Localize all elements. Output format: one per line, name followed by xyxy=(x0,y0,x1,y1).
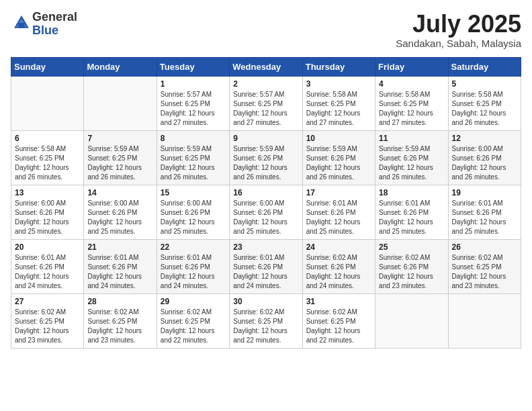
day-number: 15 xyxy=(161,188,226,197)
day-number: 26 xyxy=(452,242,517,252)
day-info: Sunrise: 5:59 AMSunset: 6:26 PMDaylight:… xyxy=(379,144,444,182)
month-year: July 2025 xyxy=(396,11,521,38)
day-info: Sunrise: 6:00 AMSunset: 6:26 PMDaylight:… xyxy=(87,199,152,236)
calendar-cell: 9Sunrise: 5:59 AMSunset: 6:26 PMDaylight… xyxy=(230,130,302,185)
day-info: Sunrise: 5:58 AMSunset: 6:25 PMDaylight:… xyxy=(379,90,444,128)
day-number: 7 xyxy=(87,134,152,143)
svg-rect-2 xyxy=(18,23,24,28)
day-number: 1 xyxy=(161,79,226,89)
day-info: Sunrise: 5:57 AMSunset: 6:25 PMDaylight:… xyxy=(161,90,226,128)
day-number: 29 xyxy=(161,297,226,306)
day-info: Sunrise: 6:01 AMSunset: 6:26 PMDaylight:… xyxy=(233,253,298,291)
day-number: 4 xyxy=(379,79,444,89)
calendar-cell xyxy=(448,293,521,348)
logo: General Blue xyxy=(11,11,77,38)
location: Sandakan, Sabah, Malaysia xyxy=(396,38,521,49)
weekday-header-sunday: Sunday xyxy=(11,57,84,76)
day-info: Sunrise: 6:01 AMSunset: 6:26 PMDaylight:… xyxy=(87,253,152,291)
weekday-header-friday: Friday xyxy=(375,57,448,76)
calendar-cell: 22Sunrise: 6:01 AMSunset: 6:26 PMDayligh… xyxy=(157,239,229,293)
day-info: Sunrise: 6:02 AMSunset: 6:25 PMDaylight:… xyxy=(161,308,226,345)
day-number: 25 xyxy=(379,242,444,252)
weekday-header-wednesday: Wednesday xyxy=(230,57,302,76)
day-info: Sunrise: 6:01 AMSunset: 6:26 PMDaylight:… xyxy=(452,199,517,236)
calendar-cell: 8Sunrise: 5:59 AMSunset: 6:25 PMDaylight… xyxy=(157,130,229,185)
weekday-header-saturday: Saturday xyxy=(448,57,521,76)
day-info: Sunrise: 6:02 AMSunset: 6:25 PMDaylight:… xyxy=(306,308,371,345)
day-info: Sunrise: 6:01 AMSunset: 6:26 PMDaylight:… xyxy=(379,199,444,236)
calendar-cell: 23Sunrise: 6:01 AMSunset: 6:26 PMDayligh… xyxy=(230,239,302,293)
day-number: 9 xyxy=(233,134,298,143)
week-row-1: 1Sunrise: 5:57 AMSunset: 6:25 PMDaylight… xyxy=(11,76,521,130)
calendar-cell: 4Sunrise: 5:58 AMSunset: 6:25 PMDaylight… xyxy=(375,76,448,130)
day-info: Sunrise: 5:59 AMSunset: 6:25 PMDaylight:… xyxy=(87,144,152,182)
day-info: Sunrise: 6:02 AMSunset: 6:25 PMDaylight:… xyxy=(15,308,80,345)
week-row-3: 13Sunrise: 6:00 AMSunset: 6:26 PMDayligh… xyxy=(11,185,521,239)
logo-text: General Blue xyxy=(32,11,77,38)
day-number: 2 xyxy=(233,79,298,89)
day-number: 18 xyxy=(379,188,444,197)
day-info: Sunrise: 5:58 AMSunset: 6:25 PMDaylight:… xyxy=(15,144,80,182)
day-number: 30 xyxy=(233,297,298,306)
week-row-4: 20Sunrise: 6:01 AMSunset: 6:26 PMDayligh… xyxy=(11,239,521,293)
title-block: July 2025 Sandakan, Sabah, Malaysia xyxy=(396,11,521,49)
day-info: Sunrise: 6:02 AMSunset: 6:26 PMDaylight:… xyxy=(379,253,444,291)
calendar-cell: 14Sunrise: 6:00 AMSunset: 6:26 PMDayligh… xyxy=(84,185,157,239)
calendar-cell: 16Sunrise: 6:00 AMSunset: 6:26 PMDayligh… xyxy=(230,185,302,239)
day-info: Sunrise: 6:02 AMSunset: 6:25 PMDaylight:… xyxy=(452,253,517,291)
day-info: Sunrise: 5:57 AMSunset: 6:25 PMDaylight:… xyxy=(233,90,298,128)
day-number: 3 xyxy=(306,79,371,89)
day-info: Sunrise: 5:58 AMSunset: 6:25 PMDaylight:… xyxy=(452,90,517,128)
logo-general: General xyxy=(32,11,77,24)
day-number: 17 xyxy=(306,188,371,197)
calendar-cell: 6Sunrise: 5:58 AMSunset: 6:25 PMDaylight… xyxy=(11,130,84,185)
day-number: 8 xyxy=(161,134,226,143)
calendar-cell: 31Sunrise: 6:02 AMSunset: 6:25 PMDayligh… xyxy=(302,293,375,348)
calendar-cell: 11Sunrise: 5:59 AMSunset: 6:26 PMDayligh… xyxy=(375,130,448,185)
day-number: 23 xyxy=(233,242,298,252)
calendar-cell: 20Sunrise: 6:01 AMSunset: 6:26 PMDayligh… xyxy=(11,239,84,293)
calendar-cell: 5Sunrise: 5:58 AMSunset: 6:25 PMDaylight… xyxy=(448,76,521,130)
day-info: Sunrise: 6:02 AMSunset: 6:25 PMDaylight:… xyxy=(233,308,298,345)
logo-blue: Blue xyxy=(32,24,77,38)
day-info: Sunrise: 6:01 AMSunset: 6:26 PMDaylight:… xyxy=(306,199,371,236)
day-info: Sunrise: 6:01 AMSunset: 6:26 PMDaylight:… xyxy=(161,253,226,291)
day-number: 11 xyxy=(379,134,444,143)
calendar-cell xyxy=(375,293,448,348)
calendar-cell: 29Sunrise: 6:02 AMSunset: 6:25 PMDayligh… xyxy=(157,293,229,348)
day-number: 27 xyxy=(15,297,80,306)
day-info: Sunrise: 5:58 AMSunset: 6:25 PMDaylight:… xyxy=(306,90,371,128)
calendar-cell: 7Sunrise: 5:59 AMSunset: 6:25 PMDaylight… xyxy=(84,130,157,185)
weekday-header-monday: Monday xyxy=(84,57,157,76)
day-number: 16 xyxy=(233,188,298,197)
day-number: 20 xyxy=(15,242,80,252)
day-number: 13 xyxy=(15,188,80,197)
calendar-cell: 3Sunrise: 5:58 AMSunset: 6:25 PMDaylight… xyxy=(302,76,375,130)
calendar-cell: 15Sunrise: 6:00 AMSunset: 6:26 PMDayligh… xyxy=(157,185,229,239)
day-number: 5 xyxy=(452,79,517,89)
calendar-cell: 27Sunrise: 6:02 AMSunset: 6:25 PMDayligh… xyxy=(11,293,84,348)
calendar-cell: 12Sunrise: 6:00 AMSunset: 6:26 PMDayligh… xyxy=(448,130,521,185)
day-number: 12 xyxy=(452,134,517,143)
logo-icon xyxy=(12,13,31,32)
calendar-cell xyxy=(11,76,84,130)
day-number: 24 xyxy=(306,242,371,252)
day-info: Sunrise: 5:59 AMSunset: 6:26 PMDaylight:… xyxy=(306,144,371,182)
calendar-cell xyxy=(84,76,157,130)
calendar-cell: 18Sunrise: 6:01 AMSunset: 6:26 PMDayligh… xyxy=(375,185,448,239)
day-info: Sunrise: 6:00 AMSunset: 6:26 PMDaylight:… xyxy=(452,144,517,182)
calendar-cell: 21Sunrise: 6:01 AMSunset: 6:26 PMDayligh… xyxy=(84,239,157,293)
calendar-cell: 17Sunrise: 6:01 AMSunset: 6:26 PMDayligh… xyxy=(302,185,375,239)
day-info: Sunrise: 6:00 AMSunset: 6:26 PMDaylight:… xyxy=(161,199,226,236)
day-number: 6 xyxy=(15,134,80,143)
calendar-cell: 26Sunrise: 6:02 AMSunset: 6:25 PMDayligh… xyxy=(448,239,521,293)
day-number: 10 xyxy=(306,134,371,143)
day-number: 14 xyxy=(87,188,152,197)
calendar-cell: 25Sunrise: 6:02 AMSunset: 6:26 PMDayligh… xyxy=(375,239,448,293)
calendar-cell: 13Sunrise: 6:00 AMSunset: 6:26 PMDayligh… xyxy=(11,185,84,239)
day-info: Sunrise: 6:00 AMSunset: 6:26 PMDaylight:… xyxy=(15,199,80,236)
day-info: Sunrise: 5:59 AMSunset: 6:26 PMDaylight:… xyxy=(233,144,298,182)
day-number: 31 xyxy=(306,297,371,306)
day-info: Sunrise: 6:02 AMSunset: 6:25 PMDaylight:… xyxy=(87,308,152,345)
day-info: Sunrise: 6:01 AMSunset: 6:26 PMDaylight:… xyxy=(15,253,80,291)
